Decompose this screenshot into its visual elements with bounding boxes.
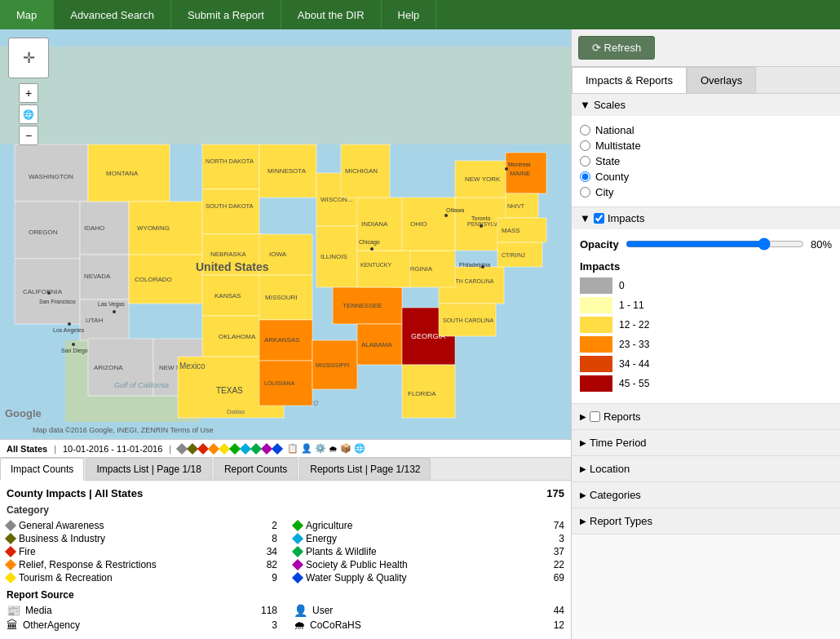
pan-arrows-icon: ✛ [23,49,35,67]
opacity-row: Opacity 80% [580,237,832,251]
cat-count-r2: 37 [554,546,564,557]
list-item: 0 [580,277,832,294]
scales-section: ▼ Scales National Multistate State [572,94,840,207]
location-section: ▶ Location [572,456,840,482]
map-svg: Gulf of Mexico WASHINGTON OREGON CALIFOR… [0,29,571,439]
legend-icons: 📋 👤 ⚙️ 🌧 📦 🌐 [178,443,365,454]
svg-text:ILLINOIS: ILLINOIS [321,253,347,260]
tab-report-counts[interactable]: Report Counts [214,458,298,480]
refresh-button[interactable]: ⟳ Refresh [578,36,655,60]
cocorahs-label: CoCoRaHS [310,619,361,631]
tab-impacts-list[interactable]: Impacts List | Page 1/18 [86,458,212,480]
scales-label: Scales [594,99,626,111]
svg-text:NEVADA: NEVADA [84,273,111,280]
list-item: 34 - 44 [580,356,832,372]
categories-arrow-icon: ▶ [580,490,586,499]
categories-section: ▶ Categories [572,482,840,508]
icon-group5: 📦 [340,443,351,454]
list-item: Tourism & Recreation 9 [7,571,277,584]
list-item: Plants & Wildlife 37 [294,545,564,558]
svg-point-100 [444,214,448,217]
svg-text:CALIFORNIA: CALIFORNIA [23,288,63,295]
map-area[interactable]: ✛ + 🌐 − Gulf of Mexico WASHINGTON [0,29,571,439]
scales-header[interactable]: ▼ Scales [572,94,840,116]
tab-reports-list[interactable]: Reports List | Page 1/132 [299,458,431,480]
scale-county-radio[interactable] [580,171,590,182]
category-grid: General Awareness 2 Business & Industry … [7,519,564,584]
opacity-label: Opacity [580,238,619,251]
time-period-section: ▶ Time Period [572,430,840,456]
scale-state[interactable]: State [580,155,832,167]
zoom-out-button[interactable]: − [19,126,38,145]
categories-section-header[interactable]: ▶ Categories [572,482,840,508]
svg-point-94 [113,310,116,313]
scale-multistate[interactable]: Multistate [580,140,832,152]
scale-county-label: County [595,171,629,183]
nav-about-dir[interactable]: About the DIR [281,0,382,29]
icon-group4: 🌧 [329,444,338,454]
time-period-section-header[interactable]: ▶ Time Period [572,430,840,455]
list-item: 12 - 22 [580,317,832,333]
map-controls: ✛ + 🌐 − [8,38,49,145]
svg-text:NEBRASKA: NEBRASKA [210,251,246,258]
nav-help[interactable]: Help [382,0,437,29]
scale-county[interactable]: County [580,171,832,183]
pan-control[interactable]: ✛ [8,38,49,78]
tab-impact-counts[interactable]: Impact Counts [0,458,84,481]
legend-box-0 [580,277,612,294]
cat-label-r1: Energy [306,533,337,544]
sources-col-left: 📰 Media 118 🏛 OtherAgency 3 [7,603,277,632]
legend-range-4: 34 - 44 [619,358,649,370]
nav-map[interactable]: Map [0,0,54,29]
zoom-in-button[interactable]: + [19,83,38,103]
scale-national-radio[interactable] [580,125,590,135]
map-data-text: Map data ©2016 Google, INEGI, ZENRIN Ter… [33,426,214,434]
category-header: Category [7,504,564,516]
icon-group3: ⚙️ [315,443,326,454]
reports-arrow-icon: ▶ [580,412,586,421]
svg-rect-25 [202,144,259,189]
list-item: 👤 User 44 [294,603,564,618]
cat-label-r3: Society & Public Health [306,559,408,570]
location-label: Location [590,463,630,475]
tab-impacts-reports[interactable]: Impacts & Reports [572,67,687,93]
svg-point-92 [72,343,75,346]
list-item: 45 - 55 [580,375,832,392]
other-agency-count: 3 [272,619,277,631]
cat-label-3: Relief, Response & Restrictions [19,559,157,570]
scale-multistate-radio[interactable] [580,140,590,151]
svg-text:Los Angeles: Los Angeles [53,327,85,334]
globe-button[interactable]: 🌐 [19,104,38,124]
svg-text:MAINE: MAINE [510,170,530,177]
icon-group1: 📋 [287,443,298,454]
svg-text:MINNESOTA: MINNESOTA [267,167,307,175]
tab-overlays[interactable]: Overlays [687,67,756,93]
location-section-header[interactable]: ▶ Location [572,456,840,481]
list-item: 📰 Media 118 [7,603,277,618]
opacity-slider[interactable] [626,237,804,251]
legend-range-3: 23 - 33 [619,339,649,350]
cat-label-2: Fire [19,546,36,557]
media-count: 118 [261,605,277,616]
impacts-checkbox[interactable] [594,213,604,224]
scale-city[interactable]: City [580,186,832,198]
svg-text:MASS: MASS [502,227,520,234]
scale-national[interactable]: National [580,124,832,136]
cat-count-0: 2 [272,520,277,531]
scale-city-radio[interactable] [580,187,590,197]
right-panel: ⟳ Refresh Impacts & Reports Overlays ▼ S… [571,29,840,639]
reports-section-header[interactable]: ▶ Reports [572,404,840,429]
svg-text:Mexico: Mexico [179,362,206,371]
reports-checkbox[interactable] [590,411,600,422]
scale-state-label: State [595,155,620,167]
svg-text:MICHIGAN: MICHIGAN [345,167,378,175]
reports-section-label: Reports [603,410,641,423]
report-types-section-header[interactable]: ▶ Report Types [572,508,840,534]
nav-advanced-search[interactable]: Advanced Search [54,0,171,29]
categories-label: Categories [590,489,641,501]
scale-state-radio[interactable] [580,156,590,166]
impacts-header[interactable]: ▼ Impacts [572,207,840,229]
nav-submit-report[interactable]: Submit a Report [171,0,281,29]
legend-box-2 [580,317,612,333]
legend-range-1: 1 - 11 [619,300,644,311]
